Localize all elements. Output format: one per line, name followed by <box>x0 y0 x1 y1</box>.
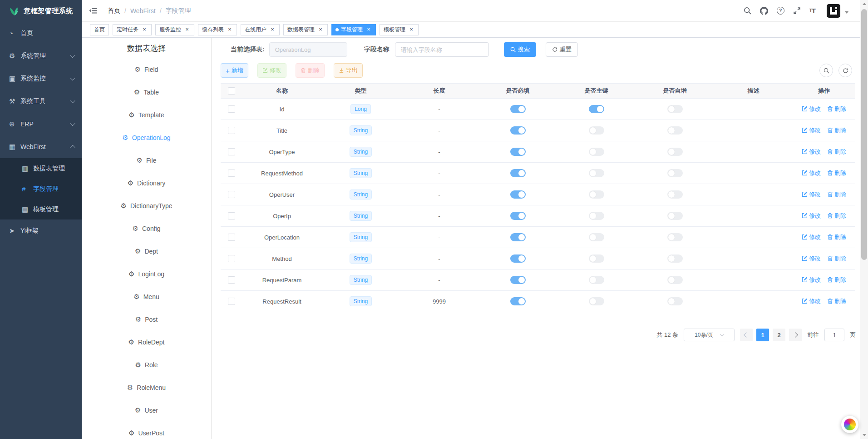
auto-increment-toggle[interactable] <box>667 126 683 135</box>
tree-item-post[interactable]: ⚙Post <box>82 308 211 331</box>
auto-increment-toggle[interactable] <box>667 212 683 220</box>
primary-key-toggle[interactable] <box>589 148 604 156</box>
auto-increment-toggle[interactable] <box>667 190 683 199</box>
column-search-icon[interactable] <box>819 64 833 77</box>
refresh-icon[interactable] <box>838 64 852 77</box>
sidebar-item-webfirst[interactable]: ▦WebFirst <box>0 135 82 158</box>
close-icon[interactable]: × <box>408 26 414 33</box>
auto-increment-toggle[interactable] <box>667 169 683 177</box>
delete-link[interactable]: 删除 <box>827 148 846 156</box>
search-icon[interactable] <box>744 7 751 15</box>
tree-item-loginlog[interactable]: ⚙LoginLog <box>82 263 211 285</box>
reset-button[interactable]: 重置 <box>546 42 578 57</box>
primary-key-toggle[interactable] <box>589 126 604 135</box>
delete-link[interactable]: 删除 <box>827 190 846 199</box>
row-checkbox[interactable] <box>228 255 235 262</box>
tree-item-field[interactable]: ⚙Field <box>82 58 211 81</box>
tree-item-template[interactable]: ⚙Template <box>82 104 211 126</box>
hamburger-icon[interactable] <box>89 6 98 15</box>
tree-item-table[interactable]: ⚙Table <box>82 81 211 104</box>
sidebar-item-table-manage[interactable]: ▥数据表管理 <box>0 158 82 179</box>
edit-link[interactable]: 修改 <box>802 297 821 305</box>
close-icon[interactable]: × <box>365 26 372 33</box>
close-icon[interactable]: × <box>227 26 233 33</box>
edit-link[interactable]: 修改 <box>802 276 821 284</box>
tree-item-roledept[interactable]: ⚙RoleDept <box>82 331 211 354</box>
required-toggle[interactable] <box>510 105 526 113</box>
row-checkbox[interactable] <box>228 170 235 177</box>
page-button-2[interactable]: 2 <box>773 329 785 341</box>
tree-item-operationlog[interactable]: ⚙OperationLog <box>82 126 211 149</box>
delete-link[interactable]: 删除 <box>827 297 846 305</box>
row-checkbox[interactable] <box>228 127 235 134</box>
user-menu[interactable] <box>827 4 848 18</box>
prev-page-button[interactable] <box>740 329 753 341</box>
delete-link[interactable]: 删除 <box>827 212 846 220</box>
goto-page-input[interactable] <box>824 329 844 341</box>
breadcrumb-home[interactable]: 首页 <box>108 7 120 15</box>
primary-key-toggle[interactable] <box>589 297 604 305</box>
delete-button[interactable]: 删除 <box>296 63 325 78</box>
primary-key-toggle[interactable] <box>589 105 604 113</box>
delete-link[interactable]: 删除 <box>827 276 846 284</box>
sidebar-item-yi-framework[interactable]: ➤Yi框架 <box>0 220 82 242</box>
page-size-select[interactable]: 10条/页 <box>684 329 735 341</box>
tree-item-rolemenu[interactable]: ⚙RoleMenu <box>82 376 211 399</box>
edit-link[interactable]: 修改 <box>802 169 821 177</box>
row-checkbox[interactable] <box>228 191 235 198</box>
tab-online-users[interactable]: 在线用户× <box>241 24 280 35</box>
search-button[interactable]: 搜索 <box>504 42 536 57</box>
auto-increment-toggle[interactable] <box>667 276 683 284</box>
row-checkbox[interactable] <box>228 298 235 305</box>
edit-link[interactable]: 修改 <box>802 254 821 263</box>
edit-link[interactable]: 修改 <box>802 148 821 156</box>
row-checkbox[interactable] <box>228 234 235 241</box>
edit-link[interactable]: 修改 <box>802 233 821 241</box>
primary-key-toggle[interactable] <box>589 169 604 177</box>
delete-link[interactable]: 删除 <box>827 254 846 263</box>
sidebar-item-system-monitor[interactable]: ▣系统监控 <box>0 67 82 90</box>
tree-item-file[interactable]: ⚙File <box>82 149 211 172</box>
required-toggle[interactable] <box>510 233 526 241</box>
select-all-checkbox[interactable] <box>228 87 235 95</box>
delete-link[interactable]: 删除 <box>827 126 846 135</box>
tab-home[interactable]: 首页 <box>90 24 109 35</box>
delete-link[interactable]: 删除 <box>827 233 846 241</box>
tree-item-config[interactable]: ⚙Config <box>82 217 211 240</box>
scroll-up-arrow[interactable] <box>860 0 868 8</box>
scroll-down-arrow[interactable] <box>860 431 868 439</box>
tree-item-dictionary[interactable]: ⚙Dictionary <box>82 172 211 195</box>
required-toggle[interactable] <box>510 190 526 199</box>
close-icon[interactable]: × <box>317 26 324 33</box>
row-checkbox[interactable] <box>228 105 235 113</box>
ai-assistant-button[interactable] <box>841 416 858 433</box>
delete-link[interactable]: 删除 <box>827 105 846 113</box>
sidebar-item-field-manage[interactable]: #字段管理 <box>0 179 82 199</box>
tree-item-menu[interactable]: ⚙Menu <box>82 285 211 308</box>
auto-increment-toggle[interactable] <box>667 233 683 241</box>
tab-template-manage[interactable]: 模板管理× <box>380 24 419 35</box>
add-button[interactable]: + 新增 <box>221 63 248 78</box>
primary-key-toggle[interactable] <box>589 190 604 199</box>
edit-link[interactable]: 修改 <box>802 212 821 220</box>
required-toggle[interactable] <box>510 169 526 177</box>
auto-increment-toggle[interactable] <box>667 254 683 263</box>
edit-link[interactable]: 修改 <box>802 190 821 199</box>
row-checkbox[interactable] <box>228 276 235 284</box>
primary-key-toggle[interactable] <box>589 233 604 241</box>
tree-item-dictionarytype[interactable]: ⚙DictionaryType <box>82 195 211 217</box>
row-checkbox[interactable] <box>228 212 235 220</box>
row-checkbox[interactable] <box>228 148 235 155</box>
edit-link[interactable]: 修改 <box>802 105 821 113</box>
app-logo[interactable]: 意框架管理系统 <box>0 0 82 22</box>
required-toggle[interactable] <box>510 148 526 156</box>
tab-timed-task[interactable]: 定时任务× <box>113 24 152 35</box>
delete-link[interactable]: 删除 <box>827 169 846 177</box>
auto-increment-toggle[interactable] <box>667 105 683 113</box>
sidebar-item-template-manage[interactable]: ▤模板管理 <box>0 199 82 220</box>
tree-item-user[interactable]: ⚙User <box>82 399 211 422</box>
scrollbar-thumb[interactable] <box>861 9 867 260</box>
sidebar-item-erp[interactable]: ⊕ERP <box>0 113 82 135</box>
export-button[interactable]: 导出 <box>334 63 363 78</box>
edit-button[interactable]: 修改 <box>257 63 286 78</box>
